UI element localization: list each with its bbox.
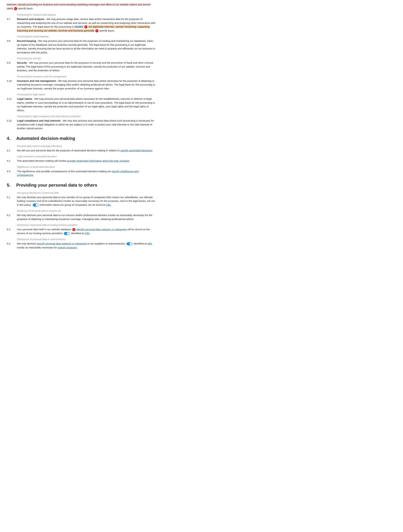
content-3-12: Legal compliance and vital interests - W… [17, 119, 156, 130]
content-3-9: Security - We may process your personal … [17, 61, 156, 72]
content-4-3: The significance and possible consequenc… [17, 170, 156, 177]
content-3-7: Research and analysis - We may process u… [17, 17, 156, 32]
row-3-7: 3.7 Research and analysis - We may proce… [7, 17, 156, 32]
toggle-label-5-4: identified at URL [134, 242, 152, 245]
section-3-10-label: Processing for insurance and risk manage… [17, 75, 156, 78]
specify-basis-1: specify basis [18, 7, 33, 10]
or-badge-1: or [14, 7, 17, 10]
heading-4-title: Automated decision-making [16, 135, 75, 142]
heading-5-num: 5. [7, 182, 13, 189]
body-5-3-1: Your personal data held in our website d… [17, 228, 72, 231]
section-5-2-label: Disclosure of personal data to insurers … [17, 209, 156, 213]
row-3-9: 3.9 Security - We may process your perso… [7, 61, 156, 72]
url-link-5-3[interactable]: URL [85, 232, 90, 235]
toggle-label-5-1: Information about our group of companies… [40, 203, 112, 206]
body-5-4-1: We may disclose [17, 242, 37, 245]
body-3-11: - We may process your personal data wher… [17, 97, 155, 112]
placeholder-5-4-2: specify purposes [58, 246, 77, 249]
content-4-1: We will use your personal data for the p… [17, 149, 156, 152]
or-badge-5-3: or [72, 228, 75, 231]
title-3-7: Research and analysis [17, 18, 44, 20]
consent-highlight: consent [74, 25, 83, 28]
top-highlight-text: interests, namely promoting our business… [7, 3, 156, 10]
row-4-1: 4.1 We will use your personal data for t… [7, 149, 156, 152]
placeholder-4-2: provide meaningful information about the… [67, 159, 129, 162]
or-badge-3-7b: or [95, 29, 98, 32]
section-3-7-label: Processing for research and analysis [17, 13, 156, 17]
row-4-3: 4.3 The significance and possible conseq… [7, 170, 156, 177]
num-4-1: 4.1 [7, 149, 17, 152]
content-3-11: Legal claims - We may process your perso… [17, 97, 156, 112]
title-3-11: Legal claims [17, 97, 32, 100]
body-3-9: - We may process your personal data for … [17, 61, 153, 72]
row-3-11: 3.11 Legal claims - We may process your … [7, 97, 156, 112]
body-4-1: We will use your personal data for the p… [17, 149, 120, 152]
num-3-11: 3.11 [7, 97, 17, 112]
heading-4: 4. Automated decision-making [7, 135, 156, 142]
num-5-2: 5.2 [7, 213, 17, 221]
section-4-3-label: Significance of automated decisions [17, 165, 156, 169]
url-link-5-1[interactable]: URL [106, 203, 111, 206]
section-5-4-label: Disclosures of personal data to subcontr… [17, 238, 156, 241]
content-3-8: Record keeping - We may process your per… [17, 39, 156, 54]
placeholder-5-3: Identify personal data category or categ… [76, 228, 126, 231]
title-3-8: Record keeping [17, 39, 36, 42]
title-3-10: Insurance and risk management [17, 79, 56, 82]
row-5-4: 5.4 We may disclose specify personal dat… [7, 242, 156, 249]
num-3-7: 3.7 [7, 17, 17, 32]
body-5-4-3: insofar as reasonably necessary for [17, 246, 58, 249]
num-3-10: 3.10 [7, 79, 17, 91]
section-3-9-label: Processing for security [17, 57, 156, 60]
heading-4-num: 4. [7, 135, 13, 142]
toggle-5-4[interactable] [126, 242, 132, 245]
content-4-2: This automated decision-making will invo… [17, 159, 156, 163]
num-5-1: 5.1 [7, 195, 17, 207]
section-4-2-label: Logic involved in automated decisions [17, 155, 156, 158]
body-3-8: - We may process your personal data for … [17, 39, 155, 54]
toggle-label-5-3: identified at URL. [71, 232, 91, 235]
row-3-8: 3.8 Record keeping - We may process your… [7, 39, 156, 54]
section-3-8-label: Processing for record keeping [17, 35, 156, 38]
toggle-5-3[interactable] [64, 232, 69, 235]
row-5-1: 5.1 We may disclose your personal data t… [7, 195, 156, 207]
title-3-12: Legal compliance and vital interests [17, 119, 61, 122]
content-3-10: Insurance and risk management - We may p… [17, 79, 156, 91]
section-5-3-label: Disclosures of personal data to hosting … [17, 223, 156, 227]
num-3-8: 3.8 [7, 39, 17, 54]
num-5-4: 5.4 [7, 242, 17, 249]
content-5-1: We may disclose your personal data to an… [17, 195, 156, 207]
title-3-9: Security [17, 61, 27, 64]
section-4-1-label: Personal data used in automated decision… [17, 145, 156, 148]
row-5-3: 5.3 Your personal data held in our websi… [7, 228, 156, 235]
body-4-3: The significance and possible consequenc… [17, 170, 112, 173]
content-5-4: We may disclose specify personal data ca… [17, 242, 156, 249]
num-3-12: 3.12 [7, 119, 17, 130]
row-3-12: 3.12 Legal compliance and vital interest… [7, 119, 156, 130]
section-5-1-label: Intra-group disclosures of personal data [17, 191, 156, 195]
num-3-9: 3.9 [7, 61, 17, 72]
url-link-5-4[interactable]: URL [147, 242, 152, 245]
body-5-2: We may disclose your personal data to ou… [17, 214, 152, 221]
row-3-10: 3.10 Insurance and risk management - We … [7, 79, 156, 91]
content-5-2: We may disclose your personal data to ou… [17, 213, 156, 221]
placeholder-5-4-1: specify personal data category or catego… [37, 242, 87, 245]
toggle-5-1[interactable] [33, 203, 38, 207]
section-3-11-label: Processing for legal claims [17, 93, 156, 96]
body-5-4-2: to our suppliers or subcontractors [87, 242, 126, 245]
body-4-2: This automated decision-making will invo… [17, 159, 67, 162]
content-5-3: Your personal data held in our website d… [17, 228, 156, 235]
section-3-12-label: Processing for legal compliance and vita… [17, 115, 156, 118]
heading-5-title: Providing your personal data to others [16, 182, 97, 189]
row-4-2: 4.2 This automated decision-making will … [7, 159, 156, 163]
heading-5: 5. Providing your personal data to other… [7, 182, 156, 189]
num-5-3: 5.3 [7, 228, 17, 235]
num-4-3: 4.3 [7, 170, 17, 177]
or-badge-3-7: or [84, 25, 87, 28]
num-4-2: 4.2 [7, 159, 17, 163]
placeholder-4-1: specify automated decisions [120, 149, 152, 152]
row-5-2: 5.2 We may disclose your personal data t… [7, 213, 156, 221]
specify-basis-3-7: specify basis [99, 29, 114, 32]
